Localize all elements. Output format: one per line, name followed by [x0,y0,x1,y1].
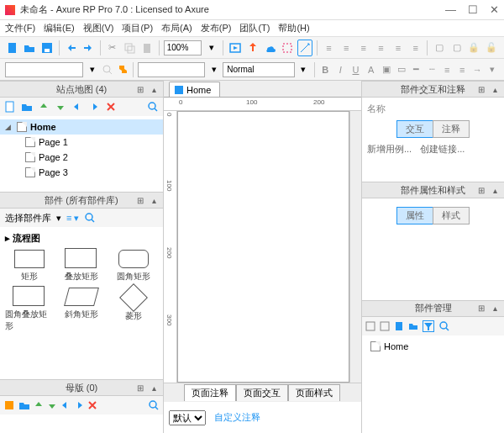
tree-item-page3[interactable]: Page 3 [0,165,163,180]
pm-tool2-icon[interactable] [380,321,390,331]
scrollbar-vertical[interactable] [349,111,361,383]
distribute-v-icon[interactable]: ≡ [408,40,423,56]
indent-icon[interactable] [87,100,101,114]
master-left-icon[interactable] [60,400,71,410]
cloud-icon[interactable] [263,40,278,56]
pm-filter-icon[interactable] [423,320,434,332]
preview-icon[interactable] [228,40,243,56]
font-family-dropdown[interactable] [5,62,83,77]
connect-mode-icon[interactable] [297,40,312,56]
italic-icon[interactable]: I [334,61,347,78]
move-up-icon[interactable] [37,100,50,114]
copy-icon[interactable] [123,40,138,56]
notes-field-dropdown[interactable]: 默认 [169,410,206,425]
line-style-icon[interactable]: ┄ [425,61,438,78]
panel-collapse-icon[interactable]: ▴ [489,303,501,314]
menu-help[interactable]: 帮助(H) [278,22,309,34]
master-right-icon[interactable] [74,400,84,410]
panel-options-icon[interactable]: ⊞ [475,184,487,196]
menu-publish[interactable]: 发布(P) [201,22,232,34]
lock-icon[interactable]: 🔒 [467,40,482,56]
panel-collapse-icon[interactable]: ▴ [489,184,501,196]
library-menu-icon[interactable]: ≡ ▾ [66,213,79,224]
tab-page-style[interactable]: 页面样式 [288,384,340,401]
menu-edit[interactable]: 编辑(E) [44,22,75,34]
panel-options-icon[interactable]: ⊞ [134,194,146,206]
more-format-icon[interactable]: ▾ [486,61,499,78]
zoom-input[interactable]: 100% [164,40,202,55]
widget-rectangle[interactable]: 矩形 [5,250,54,283]
underline-icon[interactable]: U [349,61,362,78]
select-mode-icon[interactable] [280,40,295,56]
master-up-icon[interactable] [34,400,44,410]
style-dropdown-icon[interactable]: ▾ [297,61,310,78]
add-master-folder-icon[interactable] [18,399,30,411]
format-painter-icon[interactable] [116,61,129,78]
search-sitemap-icon[interactable] [146,100,160,114]
add-folder-icon[interactable] [20,100,34,114]
menu-team[interactable]: 团队(T) [239,22,270,34]
menu-view[interactable]: 视图(V) [83,22,114,34]
maximize-button[interactable]: ☐ [468,3,478,16]
outdent-icon[interactable] [71,100,84,114]
tab-page-notes[interactable]: 页面注释 [184,384,236,401]
align-left-icon[interactable]: ≡ [322,40,337,56]
add-master-icon[interactable] [3,399,15,411]
bring-front-icon[interactable]: ▢ [432,40,447,56]
tab-style[interactable]: 样式 [433,207,470,224]
font-color-icon[interactable]: A [365,61,377,78]
open-icon[interactable] [23,40,38,56]
widget-diamond[interactable]: 菱形 [109,288,158,332]
custom-notes-link[interactable]: 自定义注释 [214,411,260,424]
create-link-link[interactable]: 创建链接... [420,143,465,156]
widget-rounded-stack[interactable]: 圆角叠放矩形 [5,288,54,332]
bold-icon[interactable]: B [319,61,332,78]
canvas[interactable] [177,111,349,383]
menu-arrange[interactable]: 布局(A) [161,22,192,34]
send-back-icon[interactable]: ▢ [449,40,465,56]
panel-collapse-icon[interactable]: ▴ [148,382,160,393]
cut-icon[interactable]: ✂ [105,40,120,56]
tree-item-page1[interactable]: Page 1 [0,135,163,150]
panel-options-icon[interactable]: ⊞ [134,382,146,393]
master-delete-icon[interactable] [87,400,97,410]
font-dropdown-icon[interactable]: ▾ [86,61,98,78]
library-dropdown-icon[interactable]: ▾ [56,213,61,224]
panel-collapse-icon[interactable]: ▴ [148,83,160,95]
tab-properties[interactable]: 属性 [396,207,433,224]
align-top-icon[interactable]: ≡ [374,40,389,56]
text-align-left-icon[interactable]: ≡ [441,61,454,78]
add-page-icon[interactable] [3,100,17,114]
redo-icon[interactable] [81,40,96,56]
pagemgr-item-home[interactable]: Home [365,339,501,354]
tab-notes[interactable]: 注释 [433,120,470,138]
minimize-button[interactable]: — [445,3,456,16]
line-width-icon[interactable]: ━ [410,61,423,78]
pm-search-icon[interactable] [438,320,450,332]
panel-collapse-icon[interactable]: ▴ [489,83,501,95]
text-align-center-icon[interactable]: ≡ [456,61,469,78]
align-center-icon[interactable]: ≡ [339,40,354,56]
document-tab-home[interactable]: Home [169,82,220,97]
delete-page-icon[interactable] [104,100,118,114]
close-button[interactable]: ✕ [490,3,499,16]
undo-icon[interactable] [64,40,79,56]
paste-icon[interactable] [139,40,155,56]
fill-color-icon[interactable]: ▣ [380,61,392,78]
style-dropdown[interactable]: Normal [223,62,295,77]
pm-tool4-icon[interactable] [408,321,418,331]
panel-options-icon[interactable]: ⊞ [134,83,146,95]
expand-icon[interactable]: ◢ [5,123,13,131]
panel-options-icon[interactable]: ⊞ [475,83,487,95]
widget-parallelogram[interactable]: 斜角矩形 [57,288,106,332]
save-icon[interactable] [39,40,55,56]
tree-item-page2[interactable]: Page 2 [0,150,163,165]
menu-project[interactable]: 项目(P) [122,22,153,34]
size-dropdown-icon[interactable]: ▾ [207,61,220,78]
border-color-icon[interactable]: ▭ [395,61,407,78]
font-size-dropdown[interactable] [138,62,205,77]
pm-tool3-icon[interactable] [394,321,404,331]
arrow-style-icon[interactable]: → [471,61,484,78]
add-case-link[interactable]: 新增用例... [367,143,412,156]
widget-stacked-rectangle[interactable]: 叠放矩形 [57,250,106,283]
